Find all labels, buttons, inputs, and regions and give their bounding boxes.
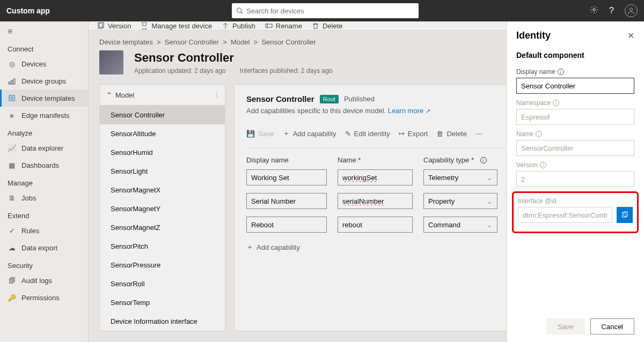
tool-add-capability[interactable]: ＋ Add capability [283, 129, 336, 138]
cap-name-input[interactable] [338, 193, 413, 209]
cmd-delete[interactable]: Delete [312, 22, 343, 30]
info-icon[interactable]: i [558, 69, 564, 75]
tool-more[interactable]: ⋯ [475, 129, 482, 138]
cmd-rename[interactable]: Rename [265, 22, 302, 30]
tree-item[interactable]: SensorAltitude [100, 124, 225, 143]
tree-item[interactable]: SensorPressure [100, 256, 225, 274]
namespace-input [516, 109, 634, 125]
copy-icon [621, 211, 628, 219]
side-section-label: Extend [0, 206, 88, 222]
sidebar-item-device-templates[interactable]: Device templates [0, 90, 88, 107]
breadcrumb-current: Sensor Controller [261, 38, 316, 46]
app-title: Custom app [6, 6, 232, 15]
sidebar-item-dashboards[interactable]: ▦Dashboards [0, 157, 88, 174]
search-input[interactable] [246, 7, 414, 15]
svg-rect-8 [11, 97, 13, 99]
template-thumbnail [99, 50, 123, 75]
namespace-label: Namespace i [516, 99, 634, 107]
info-icon[interactable]: i [480, 157, 487, 163]
chevron-up-icon: ⌃ [106, 91, 112, 99]
avatar[interactable] [625, 4, 638, 17]
sidebar-item-jobs[interactable]: 🗎Jobs [0, 189, 88, 206]
panel-title: Identity [516, 30, 627, 41]
cancel-button[interactable]: Cancel [590, 318, 634, 334]
settings-icon[interactable] [590, 5, 598, 16]
breadcrumb-link[interactable]: Model [231, 38, 250, 46]
data-explorer-icon: 📈 [8, 144, 16, 152]
help-icon[interactable]: ? [609, 6, 614, 16]
info-icon[interactable]: i [540, 162, 546, 168]
tree-item[interactable]: Sensor Controller [100, 106, 225, 124]
root-badge: Root [320, 95, 339, 103]
svg-rect-11 [266, 24, 272, 27]
tree-item[interactable]: SensorMagnetZ [100, 218, 225, 237]
interface-id-input [518, 207, 612, 223]
tool-delete[interactable]: 🗑 Delete [436, 129, 467, 138]
add-capability-button[interactable]: ＋ Add capability [246, 240, 300, 252]
cap-display-name-input[interactable] [246, 193, 327, 209]
cap-display-name-input[interactable] [246, 169, 327, 185]
name-label: Name i [516, 130, 634, 138]
app-updated-label: Application updated: 2 days ago [134, 67, 226, 75]
tree-item[interactable]: Device Information interface [100, 312, 225, 331]
learn-more-link[interactable]: Learn more [388, 107, 430, 115]
save-button: Save [546, 318, 585, 334]
svg-rect-4 [9, 82, 10, 84]
sidebar-item-device-groups[interactable]: Device groups [0, 72, 88, 90]
breadcrumb-link[interactable]: Sensor Controller [165, 38, 219, 46]
sidebar-item-data-export[interactable]: ☁Data export [0, 239, 88, 256]
tool-save: 💾 Save [246, 129, 274, 138]
name-input [516, 140, 634, 156]
page-title: Sensor Controller [134, 51, 333, 65]
info-icon[interactable]: i [553, 100, 559, 106]
cap-type-select[interactable]: Command⌄ [423, 217, 497, 233]
col-name: Name * [338, 156, 413, 164]
tree-item[interactable]: SensorLight [100, 162, 225, 181]
display-name-input[interactable] [516, 78, 634, 94]
breadcrumb-link[interactable]: Device templates [99, 38, 153, 46]
sidebar-item-rules[interactable]: ✓Rules [0, 222, 88, 239]
devices-icon: ◎ [8, 60, 16, 68]
svg-rect-6 [13, 79, 15, 84]
svg-point-0 [237, 8, 241, 12]
svg-rect-5 [11, 80, 13, 84]
svg-point-2 [593, 9, 595, 11]
hamburger-icon[interactable]: ≡ [0, 21, 88, 40]
tree-item[interactable]: SensorMagnetX [100, 181, 225, 199]
sidebar-item-devices[interactable]: ◎Devices [0, 55, 88, 72]
cap-type-select[interactable]: Property⌄ [423, 193, 497, 209]
data-export-icon: ☁ [8, 243, 16, 252]
tree-item[interactable]: SensorHumid [100, 143, 225, 162]
tool-edit-identity[interactable]: ✎ Edit identity [345, 129, 390, 138]
search-box[interactable] [232, 3, 419, 18]
copy-button[interactable] [617, 207, 633, 223]
sidebar-item-audit-logs[interactable]: 🗐Audit logs [0, 272, 88, 289]
tree-item[interactable]: SensorPitch [100, 237, 225, 256]
rules-icon: ✓ [8, 226, 16, 235]
sidebar-item-permissions[interactable]: 🔑Permissions [0, 289, 88, 306]
cmd-manage-test[interactable]: Manage test device [141, 22, 212, 30]
sidebar: ≡ Connect ◎Devices Device groups Device … [0, 21, 89, 342]
published-label: Published [344, 95, 375, 103]
search-icon [236, 7, 243, 14]
tree-item[interactable]: SensorRoll [100, 274, 225, 293]
tree-item[interactable]: SensorTemp [100, 293, 225, 312]
cap-name-input[interactable] [338, 169, 413, 185]
tool-export[interactable]: ↦ Export [399, 129, 428, 138]
sidebar-item-data-explorer[interactable]: 📈Data explorer [0, 139, 88, 157]
sidebar-item-edge-manifests[interactable]: ⎈Edge manifests [0, 107, 88, 124]
tree-item[interactable]: SensorMagnetY [100, 199, 225, 218]
model-tree-header[interactable]: ⌃ Model 〈 [100, 85, 225, 106]
cmd-version[interactable]: Version [97, 22, 131, 30]
side-section-label: Connect [0, 40, 88, 55]
cmd-publish[interactable]: Publish [222, 22, 255, 30]
cap-name-input[interactable] [338, 217, 413, 233]
close-icon[interactable]: ✕ [627, 31, 634, 41]
info-icon[interactable]: i [536, 131, 542, 137]
cap-type-select[interactable]: Telemetry⌄ [423, 169, 497, 185]
display-name-label: Display name i [516, 68, 634, 76]
svg-point-3 [630, 8, 632, 11]
chevron-down-icon: ⌄ [487, 197, 493, 205]
cap-display-name-input[interactable] [246, 217, 327, 233]
permissions-icon: 🔑 [8, 293, 16, 302]
